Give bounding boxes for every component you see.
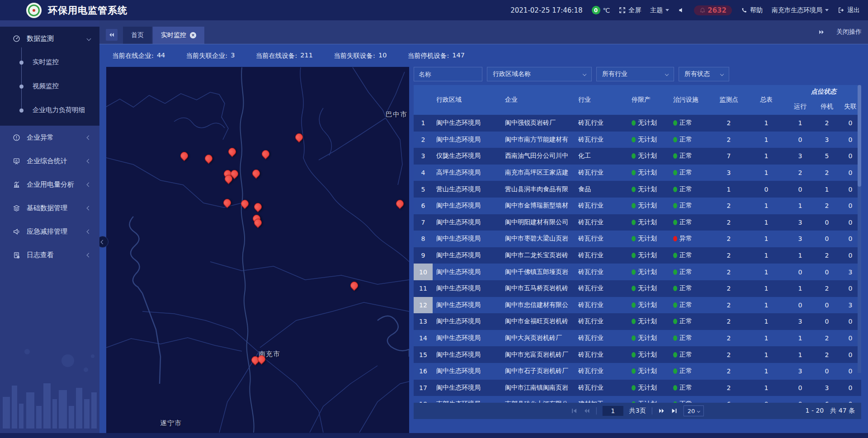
name-filter-input[interactable] bbox=[414, 67, 482, 81]
table-row-17[interactable]: 17阆中生态环境局阆中市江南镇阆南页岩砖瓦行业无计划正常21030 bbox=[414, 380, 861, 396]
cell-company: 阆中市忠信建材有限公 bbox=[501, 297, 575, 314]
status-dot-icon bbox=[632, 203, 636, 208]
column-header: 行政区域 bbox=[433, 85, 501, 115]
sidebar-menu: 数据监测实时监控视频监控企业电力负荷明细企业异常企业综合统计企业用电量分析基础数… bbox=[0, 20, 99, 267]
table-row-7[interactable]: 7阆中生态环境局阆中明阳建材有限公司砖瓦行业无计划正常21300 bbox=[414, 214, 861, 231]
status-label: 无计划 bbox=[638, 218, 657, 226]
status-label: 无计划 bbox=[638, 152, 657, 160]
map-panel[interactable]: 巴中市南充市遂宁市 bbox=[106, 67, 409, 433]
region-filter-select[interactable]: 行政区域名称 bbox=[487, 67, 592, 81]
table-row-13[interactable]: 13阆中生态环境局阆中市金福旺页岩机砖砖瓦行业无计划正常21300 bbox=[414, 313, 861, 330]
table-row-18[interactable]: 18南部生态环境局南部县砖化上河有限公建材加工无计划正常60060 bbox=[414, 396, 861, 403]
row-index: 7 bbox=[414, 214, 433, 231]
bullet-dot-icon bbox=[19, 108, 24, 113]
sidebar-item-5[interactable]: 应急减排管理 bbox=[0, 220, 99, 243]
cell-stopped-count: 3 bbox=[814, 132, 840, 148]
table-row-16[interactable]: 16阆中生态环境局阆中市石子页岩机砖厂砖瓦行业无计划正常21300 bbox=[414, 363, 861, 380]
table-row-15[interactable]: 15阆中生态环境局阆中市光富页岩机砖厂砖瓦行业无计划正常21120 bbox=[414, 346, 861, 363]
cell-meter-count: 1 bbox=[746, 363, 786, 380]
pagination-bar: 共3页 20 bbox=[414, 403, 861, 419]
cell-facility-status: 正常 bbox=[670, 181, 711, 198]
industry-filter-value: 所有行业 bbox=[602, 70, 627, 78]
sidebar-subitem-0-2[interactable]: 企业电力负荷明细 bbox=[0, 98, 99, 122]
phone-icon bbox=[741, 7, 747, 14]
table-row-14[interactable]: 14阆中生态环境局阆中大兴页岩机砖厂砖瓦行业无计划正常21120 bbox=[414, 330, 861, 347]
tab-label: 实时监控 bbox=[161, 31, 186, 39]
cell-run-count: 0 bbox=[786, 396, 814, 403]
cell-industry: 砖瓦行业 bbox=[575, 313, 628, 330]
table-row-1[interactable]: 1阆中生态环境局阆中强锐页岩砖厂砖瓦行业无计划正常21120 bbox=[414, 115, 861, 132]
cell-facility-status: 正常 bbox=[670, 297, 711, 314]
stat-value: 44 bbox=[157, 52, 165, 60]
tab-home[interactable]: 首页 bbox=[123, 27, 152, 44]
cell-stop-status: 无计划 bbox=[628, 181, 670, 198]
table-row-9[interactable]: 9阆中生态环境局阆中市二龙长宝页岩砖砖瓦行业无计划正常21120 bbox=[414, 247, 861, 264]
status-label: 无计划 bbox=[638, 202, 657, 210]
last-page-button[interactable] bbox=[671, 408, 678, 414]
sidebar-subitem-0-1[interactable]: 视频监控 bbox=[0, 74, 99, 98]
cell-industry: 砖瓦行业 bbox=[575, 330, 628, 347]
prev-page-button[interactable] bbox=[584, 408, 590, 414]
tabs-scroll-right-button[interactable] bbox=[818, 29, 825, 35]
theme-dropdown[interactable]: 主题 bbox=[650, 6, 669, 14]
first-page-icon bbox=[571, 408, 578, 414]
logout-button[interactable]: 退出 bbox=[838, 6, 860, 14]
table-row-12[interactable]: 12阆中生态环境局阆中市忠信建材有限公砖瓦行业无计划正常21003 bbox=[414, 297, 861, 314]
cell-meter-count: 1 bbox=[746, 132, 786, 148]
alert-icon bbox=[13, 134, 20, 141]
page-number-input[interactable] bbox=[603, 406, 623, 416]
chevron-left-icon bbox=[100, 240, 105, 244]
cell-industry: 砖瓦行业 bbox=[575, 380, 628, 396]
status-dot-icon bbox=[632, 253, 636, 258]
tab-close-icon[interactable]: × bbox=[190, 32, 196, 38]
status-filter-select[interactable]: 所有状态 bbox=[679, 67, 729, 81]
sidebar-item-2[interactable]: 企业综合统计 bbox=[0, 149, 99, 173]
sidebar-item-label: 应急减排管理 bbox=[27, 227, 81, 236]
status-dot-icon bbox=[673, 220, 677, 225]
page-size-select[interactable]: 20 bbox=[684, 405, 704, 416]
cell-region: 阆中生态环境局 bbox=[433, 313, 501, 330]
table-row-5[interactable]: 5营山生态环境局营山县润丰肉食品有限食品无计划正常10010 bbox=[414, 181, 861, 198]
org-dropdown[interactable]: 南充市生态环境局 bbox=[772, 6, 829, 14]
next-page-button[interactable] bbox=[658, 408, 665, 414]
sidebar-item-0[interactable]: 数据监测 bbox=[0, 27, 99, 50]
industry-filter-select[interactable]: 所有行业 bbox=[596, 67, 674, 81]
app-logo-icon bbox=[26, 3, 42, 18]
pagination-info: 1 - 20 共 47 条 bbox=[806, 407, 855, 415]
mute-button[interactable] bbox=[678, 7, 685, 14]
stats-board-icon bbox=[13, 157, 20, 165]
sidebar-item-3[interactable]: 企业用电量分析 bbox=[0, 173, 99, 196]
table-row-3[interactable]: 3仪陇生态环境局西南油气田分公司川中化工无计划正常71350 bbox=[414, 148, 861, 165]
close-operations-button[interactable]: 关闭操作 bbox=[836, 28, 862, 36]
main-area: 当前在线企业:44当前失联企业:3当前在线设备:211当前失联设备:10当前停机… bbox=[99, 44, 868, 438]
tab-realtime-monitor[interactable]: 实时监控 × bbox=[153, 27, 204, 44]
table-row-11[interactable]: 11阆中生态环境局阆中市五马桥页岩机砖砖瓦行业无计划正常21120 bbox=[414, 280, 861, 297]
table-row-4[interactable]: 4高坪生态环境局南充市高坪区王家店建砖瓦行业无计划正常31220 bbox=[414, 165, 861, 181]
table-scrollbar[interactable] bbox=[858, 85, 861, 373]
row-index: 2 bbox=[414, 132, 433, 148]
status-label: 正常 bbox=[679, 268, 692, 276]
sidebar-subitem-0-0[interactable]: 实时监控 bbox=[0, 50, 99, 74]
table-row-10[interactable]: 10阆中生态环境局阆中千佛镇五郎垭页岩砖瓦行业无计划正常21003 bbox=[414, 264, 861, 280]
notification-badge[interactable]: 2632 bbox=[694, 5, 732, 15]
chevron-down-icon bbox=[665, 72, 669, 76]
cell-industry: 砖瓦行业 bbox=[575, 165, 628, 181]
first-page-button[interactable] bbox=[571, 408, 578, 414]
sidebar-item-4[interactable]: 基础数据管理 bbox=[0, 196, 99, 220]
table-row-8[interactable]: 8阆中生态环境局阆中市枣碧大梁山页岩砖瓦行业无计划异常21300 bbox=[414, 231, 861, 247]
megaphone-icon bbox=[13, 228, 20, 235]
table-row-2[interactable]: 2阆中生态环境局阆中市南方节能建材有砖瓦行业无计划正常21030 bbox=[414, 132, 861, 148]
help-button[interactable]: 帮助 bbox=[741, 6, 763, 14]
gauge-icon bbox=[13, 35, 20, 42]
fullscreen-button[interactable]: 全屏 bbox=[619, 6, 641, 14]
status-dot-icon bbox=[632, 137, 636, 142]
tabs-scroll-left-button[interactable] bbox=[106, 29, 118, 41]
cell-stop-status: 无计划 bbox=[628, 380, 670, 396]
sidebar-group-wrap: 企业综合统计 bbox=[0, 149, 99, 173]
cell-meter-count: 1 bbox=[746, 280, 786, 297]
scrollbar-thumb[interactable] bbox=[858, 85, 861, 187]
sidebar-item-1[interactable]: 企业异常 bbox=[0, 126, 99, 149]
sidebar-item-6[interactable]: 日志查看 bbox=[0, 243, 99, 267]
status-dot-icon bbox=[632, 220, 636, 225]
table-row-6[interactable]: 6阆中生态环境局阆中市金博瑞新型墙材砖瓦行业无计划正常21120 bbox=[414, 198, 861, 214]
